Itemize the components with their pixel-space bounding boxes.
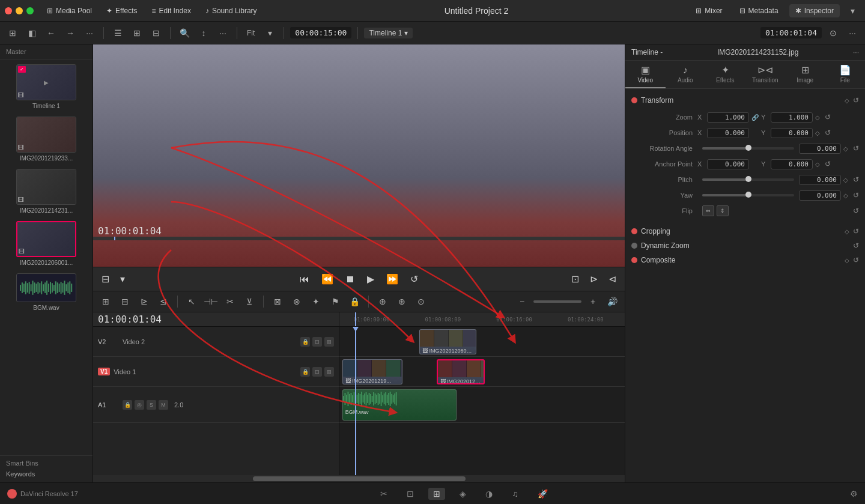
keyframe-btn[interactable]: ◇ [843,192,848,199]
toolbar-more[interactable]: ··· [845,25,860,41]
timeline-scrollbar[interactable] [93,475,625,482]
tab-audio[interactable]: ♪ Audio [666,61,706,88]
snap-button[interactable]: ⊠ [270,294,285,309]
flip-h-button[interactable]: ⇔ [702,205,714,216]
more-button[interactable]: ··· [853,48,859,56]
rotation-value[interactable]: 0.000 [799,144,841,154]
view-toggle[interactable]: ◧ [24,25,40,41]
yaw-slider[interactable] [702,194,794,196]
tab-effects[interactable]: ✦ Effects [705,61,745,88]
trim-tool[interactable]: ⊣⊢ [203,294,219,309]
lock-icon[interactable]: 🔒 [300,367,310,377]
reset-btn[interactable]: ↺ [853,175,859,184]
reset-btn[interactable]: ↺ [825,113,831,121]
blade-tool[interactable]: ✂ [222,294,238,309]
zoom-button[interactable]: ⊕ [375,294,390,309]
rewind-button[interactable]: ⏪ [318,271,337,287]
frame-type-button[interactable]: ⊟ [98,271,113,287]
clip-v1-1[interactable]: 🖼 IMG20201219... [342,359,402,384]
anchor-y-value[interactable]: 0.000 [771,159,813,169]
fit-label[interactable]: Fit [243,29,258,37]
list-item[interactable]: 🎞 IMG20201206001... [5,221,88,266]
other-tool[interactable]: ⊻ [241,294,257,309]
expand-button[interactable]: ▾ [845,3,860,19]
marker-button[interactable]: ✦ [308,294,324,309]
timeline-ruler[interactable]: 01:00:00:00 01:00:08:00 01:00:16:00 01:0… [339,312,625,327]
flag-button[interactable]: ⚑ [327,294,343,309]
media-pool-button[interactable]: ⊞ Media Pool [41,4,98,17]
keyframe-diamond[interactable]: ◇ [845,228,849,235]
select-tool[interactable]: ↖ [184,294,199,309]
search-button[interactable]: 🔍 [177,25,192,41]
view-tiles[interactable]: ⊟ [148,25,164,41]
zoom-in-button[interactable]: ⊕ [394,294,410,309]
replace-button[interactable]: ⊴ [156,294,171,309]
timecode-display[interactable]: 00:00:15:00 [290,27,351,38]
more2-button[interactable]: ··· [215,25,231,41]
position-y-value[interactable]: 0.000 [771,128,813,138]
list-item[interactable]: 🎞 IMG20201219233... [5,117,88,162]
keyframe-btn[interactable]: ◇ [815,114,820,121]
tab-image[interactable]: ⊞ Image [785,61,825,88]
dynamic-zoom-header[interactable]: Dynamic Zoom ↺ [625,239,865,252]
zoom-x-value[interactable]: 1.000 [707,112,749,123]
expand-icon[interactable]: ⊞ [324,337,334,347]
pitch-slider[interactable] [702,178,794,181]
mixer-button[interactable]: ⊞ Mixer [690,4,728,17]
playhead-timecode[interactable]: 01:00:01:04 [760,27,822,38]
prev-clip-button[interactable]: ⏮ [296,272,313,287]
lock-button[interactable]: 🔒 [347,294,362,309]
slider-thumb[interactable] [745,192,751,198]
link-button[interactable]: ⊗ [289,294,305,309]
sort-button[interactable]: ↕ [196,25,211,41]
effects-button[interactable]: ✦ Effects [100,4,143,17]
fullscreen-button[interactable]: ⊡ [568,271,583,287]
ripple-button[interactable]: ⊵ [136,294,152,309]
list-item[interactable]: BGM.wav [5,273,88,311]
settings-icon[interactable]: ⚙ [850,489,858,499]
cropping-header[interactable]: Cropping ◇ ↺ [625,225,865,238]
keyframe-btn[interactable]: ◇ [843,145,848,152]
media-button[interactable]: ⊡ [402,488,419,500]
reset-btn[interactable]: ↺ [853,191,859,199]
close-button[interactable] [5,7,12,14]
scroll-thumb[interactable] [253,476,466,481]
mute-icon[interactable]: M [159,400,168,410]
edit-button[interactable]: ⊞ [428,488,445,500]
keyframe-btn[interactable]: ◇ [843,177,848,183]
minus-button[interactable]: − [514,294,530,309]
position-x-value[interactable]: 0.000 [707,128,749,138]
play-button[interactable]: ▶ [363,271,378,287]
clip-v2-1[interactable]: 🖼 IMG2020120600... [419,329,476,354]
zoom-slider[interactable] [533,300,581,303]
link-icon[interactable]: 🔗 [751,114,759,121]
anchor-x-value[interactable]: 0.000 [707,159,749,169]
maximize-button[interactable] [26,7,34,14]
deliver-button[interactable]: 🚀 [533,488,553,500]
reset-btn[interactable]: ↺ [853,207,859,215]
timecode-settings[interactable]: ⊙ [825,25,841,41]
overwrite-button[interactable]: ⊟ [117,294,133,309]
monitor-icon[interactable]: ⊡ [312,337,322,347]
yaw-value[interactable]: 0.000 [799,190,841,201]
keyframe-diamond[interactable]: ◇ [845,97,849,104]
color-button[interactable]: ◑ [481,488,497,500]
monitor-icon[interactable]: ⊡ [312,367,322,377]
undo-button[interactable]: ← [43,25,59,41]
stop-button[interactable]: ⏹ [342,272,359,287]
pitch-value[interactable]: 0.000 [799,175,841,185]
loop-button[interactable]: ↺ [407,271,422,287]
slider-thumb[interactable] [745,176,751,182]
clip-a1-1[interactable]: BGM.wav [342,389,457,421]
reset-button[interactable]: ↺ [853,241,859,250]
inspector-button[interactable]: ✱ Inspector [789,4,840,17]
reset-button[interactable]: ↺ [853,227,859,235]
lock-icon[interactable]: 🔒 [123,400,132,410]
keyframe-btn[interactable]: ◇ [815,130,820,136]
reset-btn[interactable]: ↺ [825,160,831,168]
tab-file[interactable]: 📄 File [825,61,866,88]
minimize-button[interactable] [16,7,23,14]
insert-button[interactable]: ⊞ [98,294,114,309]
fairlight-button[interactable]: ♫ [507,488,523,500]
solo-icon[interactable]: S [147,400,156,410]
